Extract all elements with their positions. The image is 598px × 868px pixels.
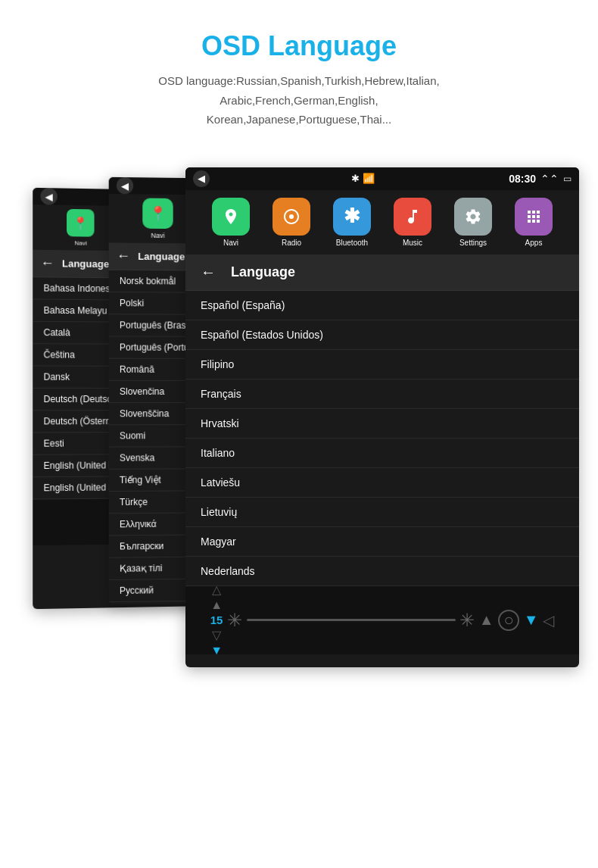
bottom-bar-main: △ ▲ 15 ▽ ▼ ✳ ✳ ▲ ○ ▼ ◁ (185, 586, 579, 654)
back-arrow-main[interactable]: ← (201, 264, 216, 281)
back-button-main[interactable]: ◀ (193, 170, 210, 187)
settings-icon-main (454, 198, 492, 236)
status-bar-main: ◀ ✱ 📶 08:30 ⌃⌃ ▭ (185, 167, 579, 190)
language-header-main: ← Language (185, 254, 579, 291)
apps-label: Apps (525, 239, 543, 247)
app-item-settings-main[interactable]: Settings (454, 198, 492, 247)
back-button-1[interactable]: ◀ (40, 187, 57, 205)
list-item[interactable]: Español (Estados Unidos) (185, 320, 579, 350)
screen-3-main: ◀ ✱ 📶 08:30 ⌃⌃ ▭ Navi Radio (185, 167, 579, 667)
back-button-2[interactable]: ◀ (117, 176, 133, 193)
page-description: OSD language:Russian,Spanish,Turkish,Heb… (158, 71, 439, 130)
navi-icon-1: 📍 (67, 208, 94, 236)
list-item[interactable]: Italiano (185, 439, 579, 468)
apps-icon-main (515, 198, 553, 236)
status-icons-main: ✱ 📶 (351, 173, 375, 184)
down-nav-icon[interactable]: ▼ (524, 611, 539, 629)
list-item[interactable]: Nederlands (185, 557, 579, 586)
app-item-radio-main[interactable]: Radio (273, 198, 310, 247)
app-item-bluetooth-main[interactable]: ✱ Bluetooth (333, 198, 371, 247)
header-section: OSD Language OSD language:Russian,Spanis… (143, 0, 454, 145)
back-arrow-1[interactable]: ← (40, 254, 54, 270)
app-item-apps-main[interactable]: Apps (515, 198, 553, 247)
bluetooth-icon-main: ✱ (333, 198, 371, 236)
language-panel-main: ← Language Español (España) Español (Est… (185, 254, 579, 586)
svg-point-0 (289, 214, 294, 219)
radio-label: Radio (282, 239, 301, 247)
bluetooth-label: Bluetooth (336, 239, 368, 247)
divider (247, 619, 456, 621)
language-list-main: Español (España) Español (Estados Unidos… (185, 291, 579, 586)
app-item-music-main[interactable]: Music (394, 198, 431, 247)
down-fill-icon[interactable]: ▼ (210, 644, 223, 657)
app-item-navi-1[interactable]: 📍 Navi (67, 208, 94, 246)
up-nav-icon[interactable]: ▲ (479, 611, 494, 629)
list-item[interactable]: Español (España) (185, 291, 579, 320)
list-item[interactable]: Hrvatski (185, 409, 579, 439)
app-item-navi-2[interactable]: 📍 Navi (142, 198, 173, 239)
navi-icon-main (212, 198, 250, 236)
back-nav-icon[interactable]: ◁ (543, 611, 554, 629)
up-fill-icon[interactable]: ▲ (210, 598, 223, 612)
up-triangle-icon[interactable]: △ (212, 582, 221, 597)
navi-icon-2: 📍 (142, 198, 173, 229)
number-display: 15 (210, 614, 223, 626)
fan-icon-left: ✳ (227, 610, 242, 631)
language-title-main: Language (231, 264, 295, 280)
page-title: OSD Language (158, 30, 439, 62)
up-ctrl-main: △ ▲ 15 ▽ ▼ (210, 582, 223, 657)
music-icon-main (394, 198, 431, 236)
navi-label: Navi (223, 239, 238, 247)
back-arrow-2[interactable]: ← (117, 248, 130, 264)
app-item-navi-main[interactable]: Navi (212, 198, 250, 247)
fan-icon-right: ✳ (459, 610, 475, 631)
circle-icon[interactable]: ○ (498, 610, 519, 631)
list-item[interactable]: Lietuvių (185, 498, 579, 527)
radio-icon-main (273, 198, 310, 236)
app-bar-main: Navi Radio ✱ Bluetooth Music (185, 190, 579, 254)
list-item[interactable]: Magyar (185, 527, 579, 557)
list-item[interactable]: Filipino (185, 350, 579, 379)
screenshots-container: ◀ ✱ 🔋 08:30 ⌃⌃ ▭ 📍 Navi 📻 Radio ✱ Blueto… (11, 167, 587, 735)
time-main: 08:30 (509, 173, 536, 185)
list-item[interactable]: Français (185, 379, 579, 409)
music-label: Music (403, 239, 422, 247)
settings-label: Settings (459, 239, 487, 247)
list-item[interactable]: Latviešu (185, 468, 579, 498)
down-triangle-icon[interactable]: ▽ (212, 628, 221, 642)
